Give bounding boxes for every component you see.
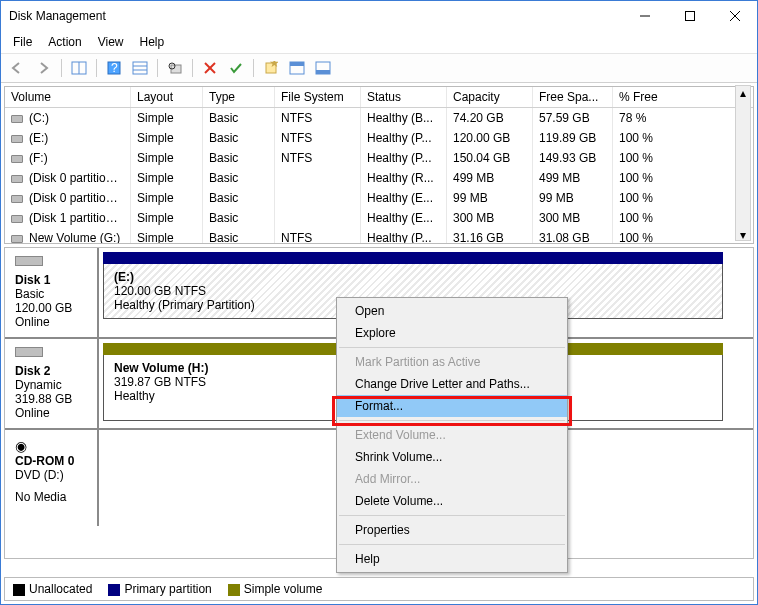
cdrom-side[interactable]: ◉ CD-ROM 0 DVD (D:) No Media xyxy=(5,430,99,526)
ctx-open[interactable]: Open xyxy=(337,300,567,322)
panes-icon[interactable] xyxy=(68,57,90,79)
volume-icon xyxy=(11,175,23,183)
swatch-navy xyxy=(108,584,120,596)
ctx-sep xyxy=(339,544,565,545)
forward-button[interactable] xyxy=(33,57,55,79)
legend: Unallocated Primary partition Simple vol… xyxy=(4,577,754,601)
svg-text:★: ★ xyxy=(269,61,278,70)
ctx-change-drive-letter[interactable]: Change Drive Letter and Paths... xyxy=(337,373,567,395)
help-icon[interactable]: ? xyxy=(103,57,125,79)
window-title: Disk Management xyxy=(9,9,622,23)
col-volume[interactable]: Volume xyxy=(5,87,131,107)
back-button[interactable] xyxy=(7,57,29,79)
col-pctfree[interactable]: % Free xyxy=(613,87,673,107)
menu-view[interactable]: View xyxy=(92,33,130,51)
table-row[interactable]: (Disk 1 partition 3)SimpleBasicHealthy (… xyxy=(5,208,753,228)
menu-file[interactable]: File xyxy=(7,33,38,51)
volume-icon xyxy=(11,115,23,123)
ctx-add-mirror: Add Mirror... xyxy=(337,468,567,490)
ctx-format[interactable]: Format... xyxy=(337,395,567,417)
disk2-name: Disk 2 xyxy=(15,364,50,378)
minimize-button[interactable] xyxy=(622,1,667,31)
check-icon[interactable] xyxy=(225,57,247,79)
table-row[interactable]: (E:)SimpleBasicNTFSHealthy (P...120.00 G… xyxy=(5,128,753,148)
ctx-mark-active: Mark Partition as Active xyxy=(337,351,567,373)
disk-icon xyxy=(15,256,43,266)
toolbar-sep xyxy=(192,59,193,77)
table-row[interactable]: (F:)SimpleBasicNTFSHealthy (P...150.04 G… xyxy=(5,148,753,168)
table-row[interactable]: New Volume (G:)SimpleBasicNTFSHealthy (P… xyxy=(5,228,753,244)
refresh-icon[interactable] xyxy=(164,57,186,79)
col-status[interactable]: Status xyxy=(361,87,447,107)
legend-simple: Simple volume xyxy=(228,582,323,596)
menu-help[interactable]: Help xyxy=(134,33,171,51)
scroll-up-icon[interactable]: ▴ xyxy=(736,86,750,100)
disk2-side[interactable]: Disk 2 Dynamic 319.88 GB Online xyxy=(5,339,99,428)
disk2-size: 319.88 GB xyxy=(15,392,87,406)
table-body: (C:)SimpleBasicNTFSHealthy (B...74.20 GB… xyxy=(5,108,753,244)
scroll-down-icon[interactable]: ▾ xyxy=(736,228,750,242)
legend-unallocated: Unallocated xyxy=(13,582,92,596)
table-row[interactable]: (Disk 0 partition 2)SimpleBasicHealthy (… xyxy=(5,188,753,208)
disk1-size: 120.00 GB xyxy=(15,301,87,315)
ctx-shrink[interactable]: Shrink Volume... xyxy=(337,446,567,468)
col-free[interactable]: Free Spa... xyxy=(533,87,613,107)
ctx-help[interactable]: Help xyxy=(337,548,567,570)
ctx-properties[interactable]: Properties xyxy=(337,519,567,541)
list-icon[interactable] xyxy=(129,57,151,79)
ctx-delete[interactable]: Delete Volume... xyxy=(337,490,567,512)
ctx-explore[interactable]: Explore xyxy=(337,322,567,344)
toolbar: ? ★ xyxy=(1,54,757,83)
menubar: File Action View Help xyxy=(1,31,757,54)
col-layout[interactable]: Layout xyxy=(131,87,203,107)
table-row[interactable]: (Disk 0 partition 1)SimpleBasicHealthy (… xyxy=(5,168,753,188)
table-header: Volume Layout Type File System Status Ca… xyxy=(5,87,753,108)
cdrom-name: CD-ROM 0 xyxy=(15,454,74,468)
volume-icon xyxy=(11,235,23,243)
new-icon[interactable]: ★ xyxy=(260,57,282,79)
toolbar-sep xyxy=(61,59,62,77)
volume-icon xyxy=(11,195,23,203)
close-button[interactable] xyxy=(712,1,757,31)
panel-top-icon[interactable] xyxy=(286,57,308,79)
col-type[interactable]: Type xyxy=(203,87,275,107)
svg-rect-8 xyxy=(133,62,147,74)
disk1-side[interactable]: Disk 1 Basic 120.00 GB Online xyxy=(5,248,99,337)
svg-rect-1 xyxy=(685,12,694,21)
disk-icon xyxy=(15,347,43,357)
disk2-state: Online xyxy=(15,406,87,420)
cdrom-icon: ◉ xyxy=(15,438,27,454)
cdrom-state: No Media xyxy=(15,490,87,504)
svg-rect-20 xyxy=(316,70,330,74)
cdrom-sub: DVD (D:) xyxy=(15,468,87,482)
disk1-state: Online xyxy=(15,315,87,329)
toolbar-sep xyxy=(96,59,97,77)
ctx-sep xyxy=(339,420,565,421)
table-scrollbar[interactable]: ▴ ▾ xyxy=(735,85,751,241)
part-h-title: New Volume (H:) xyxy=(114,361,208,375)
disk1-name: Disk 1 xyxy=(15,273,50,287)
legend-primary: Primary partition xyxy=(108,582,211,596)
toolbar-sep xyxy=(157,59,158,77)
disk2-type: Dynamic xyxy=(15,378,87,392)
title-bar: Disk Management xyxy=(1,1,757,31)
table-row[interactable]: (C:)SimpleBasicNTFSHealthy (B...74.20 GB… xyxy=(5,108,753,128)
volume-table: Volume Layout Type File System Status Ca… xyxy=(4,86,754,244)
swatch-olive xyxy=(228,584,240,596)
part-e-title: (E:) xyxy=(114,270,134,284)
col-filesystem[interactable]: File System xyxy=(275,87,361,107)
maximize-button[interactable] xyxy=(667,1,712,31)
ctx-sep xyxy=(339,347,565,348)
disk1-type: Basic xyxy=(15,287,87,301)
part-e-line2: 120.00 GB NTFS xyxy=(114,284,712,298)
toolbar-sep xyxy=(253,59,254,77)
panel-bottom-icon[interactable] xyxy=(312,57,334,79)
delete-icon[interactable] xyxy=(199,57,221,79)
svg-rect-18 xyxy=(290,62,304,66)
partition-bar xyxy=(103,252,723,264)
col-capacity[interactable]: Capacity xyxy=(447,87,533,107)
context-menu: Open Explore Mark Partition as Active Ch… xyxy=(336,297,568,573)
swatch-black xyxy=(13,584,25,596)
ctx-extend: Extend Volume... xyxy=(337,424,567,446)
menu-action[interactable]: Action xyxy=(42,33,87,51)
